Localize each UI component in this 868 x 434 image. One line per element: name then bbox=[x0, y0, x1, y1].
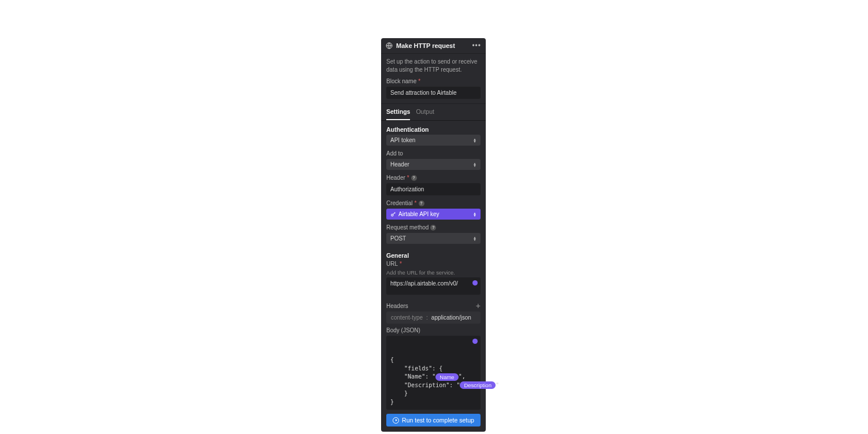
auth-type-select[interactable]: API token ▲▼ bbox=[386, 135, 481, 146]
help-icon[interactable]: ? bbox=[430, 225, 436, 231]
request-method-select[interactable]: POST ▲▼ bbox=[386, 233, 481, 244]
block-name-input[interactable]: Send attraction to Airtable bbox=[386, 87, 481, 99]
url-group: URL * Add the URL for the service. https… bbox=[381, 261, 486, 299]
request-method-group: Request method ? POST ▲▼ bbox=[381, 224, 486, 248]
header-label: Header * ? bbox=[386, 175, 481, 181]
variable-chip-name[interactable]: Name bbox=[435, 373, 458, 381]
header-kv-row[interactable]: content-type : application/json bbox=[386, 311, 481, 324]
body-label-group: Body (JSON) bbox=[381, 327, 486, 333]
add-to-label: Add to bbox=[386, 150, 481, 157]
required-marker: * bbox=[418, 78, 420, 84]
variable-indicator-icon[interactable] bbox=[472, 339, 478, 344]
general-section-title: General bbox=[381, 248, 486, 261]
credential-label: Credential * ? bbox=[386, 200, 481, 206]
globe-icon bbox=[386, 42, 393, 49]
body-input[interactable]: { "fields": { "Name": "Name", "Descripti… bbox=[386, 336, 481, 410]
header-group: Header * ? Authorization bbox=[381, 175, 486, 200]
chevron-updown-icon: ▲▼ bbox=[473, 138, 477, 143]
credential-select[interactable]: Airtable API key ▲▼ bbox=[386, 209, 481, 220]
config-panel: Make HTTP request ••• Set up the action … bbox=[381, 38, 486, 432]
tab-bar: Settings Output bbox=[381, 103, 486, 121]
block-name-label: Block name * bbox=[386, 78, 481, 84]
url-hint: Add the URL for the service. bbox=[386, 269, 481, 276]
panel-description: Set up the action to send or receive dat… bbox=[381, 54, 486, 78]
add-to-select[interactable]: Header ▲▼ bbox=[386, 159, 481, 170]
header-key: content-type bbox=[391, 314, 423, 321]
auth-type-group: API token ▲▼ bbox=[381, 135, 486, 150]
play-icon bbox=[393, 417, 399, 424]
tab-output[interactable]: Output bbox=[416, 104, 434, 120]
run-test-button[interactable]: Run test to complete setup bbox=[386, 414, 481, 426]
request-method-label: Request method ? bbox=[386, 224, 481, 231]
header-value: application/json bbox=[431, 314, 471, 321]
help-icon[interactable]: ? bbox=[411, 175, 417, 181]
chevron-updown-icon: ▲▼ bbox=[473, 212, 477, 217]
headers-row: Headers + bbox=[381, 299, 486, 311]
panel-title: Make HTTP request bbox=[396, 42, 472, 49]
required-marker: * bbox=[400, 261, 402, 267]
body-label: Body (JSON) bbox=[386, 327, 481, 333]
add-header-icon[interactable]: + bbox=[476, 302, 481, 310]
authentication-section-title: Authentication bbox=[381, 123, 486, 135]
required-marker: * bbox=[415, 200, 417, 206]
url-input[interactable]: https://api.airtable.com/v0/ bbox=[386, 277, 481, 295]
panel-header: Make HTTP request ••• bbox=[381, 38, 486, 54]
url-label: URL * bbox=[386, 261, 481, 267]
variable-chip-description[interactable]: Description bbox=[460, 381, 496, 389]
svg-point-1 bbox=[391, 214, 393, 216]
chevron-updown-icon: ▲▼ bbox=[473, 236, 477, 241]
key-icon bbox=[390, 212, 396, 217]
header-input[interactable]: Authorization bbox=[386, 183, 481, 195]
chevron-updown-icon: ▲▼ bbox=[473, 162, 477, 167]
block-name-group: Block name * Send attraction to Airtable bbox=[381, 78, 486, 103]
add-to-group: Add to Header ▲▼ bbox=[381, 150, 486, 175]
help-icon[interactable]: ? bbox=[419, 201, 424, 206]
variable-indicator-icon[interactable] bbox=[472, 280, 478, 285]
tab-settings[interactable]: Settings bbox=[386, 104, 410, 120]
credential-group: Credential * ? Airtable API key ▲▼ bbox=[381, 200, 486, 224]
more-menu-icon[interactable]: ••• bbox=[472, 42, 481, 50]
required-marker: * bbox=[407, 175, 409, 181]
headers-label: Headers bbox=[386, 303, 408, 309]
